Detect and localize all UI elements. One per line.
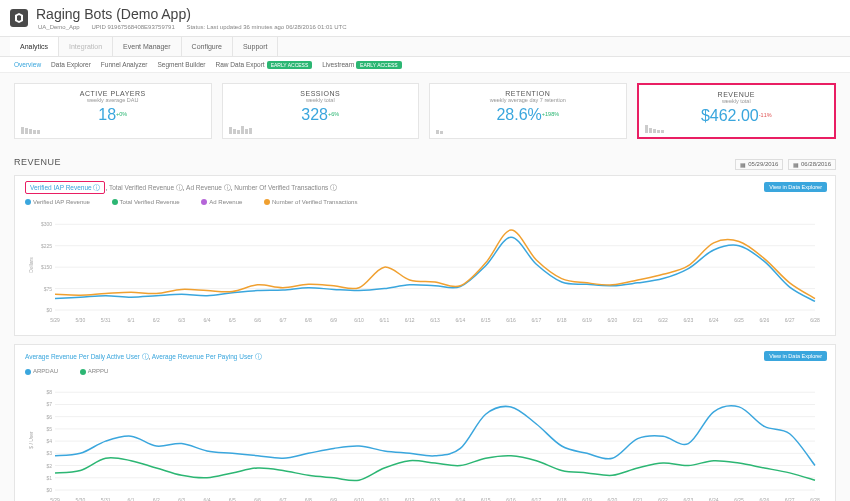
svg-text:6/8: 6/8 [305,317,312,323]
svg-text:6/20: 6/20 [607,317,617,323]
unity-logo [10,9,28,27]
calendar-icon: ▦ [793,161,799,168]
svg-text:$5: $5 [46,426,52,432]
sparkline-icon [229,124,259,134]
metric-sessions[interactable]: SESSIONS weekly total 328+6% [222,83,420,139]
svg-text:$ / User: $ / User [28,431,34,449]
unity-icon [13,12,25,24]
svg-text:5/30: 5/30 [75,497,85,501]
view-in-explorer-button[interactable]: View in Data Explorer [764,182,827,192]
svg-text:6/3: 6/3 [178,317,185,323]
svg-text:6/12: 6/12 [405,317,415,323]
svg-text:6/3: 6/3 [178,497,185,501]
svg-text:6/21: 6/21 [633,317,643,323]
tab-integration[interactable]: Integration [59,37,113,56]
svg-text:6/2: 6/2 [153,317,160,323]
tab-funnel[interactable]: Funnel Analyzer [101,61,148,68]
calendar-icon: ▦ [740,161,746,168]
date-to[interactable]: ▦06/28/2016 [788,159,836,170]
svg-text:6/26: 6/26 [759,317,769,323]
app-title: Raging Bots (Demo App) [36,6,357,22]
info-icon: ⓘ [255,353,262,360]
early-access-badge: EARLY ACCESS [356,61,402,69]
topbar: Raging Bots (Demo App) UA_Demo_App UPID … [0,0,850,37]
filter-ad-revenue[interactable]: Ad Revenue ⓘ [186,184,231,191]
svg-rect-5 [229,127,232,134]
date-from[interactable]: ▦05/29/2016 [735,159,783,170]
svg-text:6/26: 6/26 [759,497,769,501]
tab-support[interactable]: Support [233,37,279,56]
app-meta: UA_Demo_App UPID 91967568408E93759791 St… [38,24,357,30]
svg-text:6/25: 6/25 [734,497,744,501]
svg-text:6/25: 6/25 [734,317,744,323]
metric-active-players[interactable]: ACTIVE PLAYERS weekly average DAU 18+0% [14,83,212,139]
svg-text:5/29: 5/29 [50,317,60,323]
svg-text:$8: $8 [46,389,52,395]
metric-retention[interactable]: RETENTION weekly average day 7 retention… [429,83,627,139]
svg-text:6/14: 6/14 [455,497,465,501]
svg-text:6/17: 6/17 [531,317,541,323]
svg-text:6/13: 6/13 [430,317,440,323]
svg-text:6/1: 6/1 [128,497,135,501]
tab-raw-export[interactable]: Raw Data ExportEARLY ACCESS [216,61,313,68]
svg-text:6/27: 6/27 [785,317,795,323]
info-icon: ⓘ [330,184,337,191]
filter-num-tx[interactable]: Number Of Verified Transactions ⓘ [234,184,337,191]
view-in-explorer-button[interactable]: View in Data Explorer [764,351,827,361]
info-icon: ⓘ [93,184,100,191]
svg-text:6/28: 6/28 [810,317,820,323]
svg-text:6/11: 6/11 [379,497,389,501]
svg-text:$1: $1 [46,475,52,481]
svg-text:6/7: 6/7 [280,497,287,501]
svg-rect-17 [661,130,664,133]
filter-total-verified[interactable]: Total Verified Revenue ⓘ [109,184,183,191]
svg-text:6/15: 6/15 [481,317,491,323]
svg-rect-11 [436,130,439,134]
svg-text:6/6: 6/6 [254,317,261,323]
svg-rect-12 [440,131,443,134]
svg-text:6/19: 6/19 [582,497,592,501]
svg-text:6/28: 6/28 [810,497,820,501]
svg-text:6/5: 6/5 [229,497,236,501]
svg-text:6/5: 6/5 [229,317,236,323]
svg-text:$75: $75 [44,286,53,292]
tab-configure[interactable]: Configure [182,37,233,56]
svg-text:6/17: 6/17 [531,497,541,501]
svg-rect-6 [233,129,236,134]
meta-app: UA_Demo_App [38,24,80,30]
tab-analytics[interactable]: Analytics [10,37,59,56]
svg-text:5/31: 5/31 [101,497,111,501]
svg-rect-1 [25,128,28,134]
filter-arppu[interactable]: Average Revenue Per Paying User ⓘ [152,353,262,360]
chart1-filters: Verified IAP Revenue ⓘ, Total Verified R… [25,184,825,193]
svg-text:$0: $0 [46,487,52,493]
tab-data-explorer[interactable]: Data Explorer [51,61,91,68]
svg-text:6/10: 6/10 [354,497,364,501]
svg-rect-4 [37,130,40,134]
svg-rect-15 [653,129,656,133]
svg-text:6/4: 6/4 [204,497,211,501]
svg-text:6/4: 6/4 [204,317,211,323]
svg-text:6/27: 6/27 [785,497,795,501]
metric-revenue[interactable]: REVENUE weekly total $462.00-11% [637,83,837,139]
tab-livestream[interactable]: LivestreamEARLY ACCESS [322,61,401,68]
arpu-line-chart: $0$1$2$3$4$5$6$7$85/295/305/316/16/26/36… [25,375,825,501]
svg-rect-8 [241,126,244,134]
svg-text:6/14: 6/14 [455,317,465,323]
svg-text:6/11: 6/11 [379,317,389,323]
date-range: ▦05/29/2016 ▦06/28/2016 [732,159,836,170]
filter-arpdau[interactable]: Average Revenue Per Daily Active User ⓘ [25,353,149,360]
svg-text:6/18: 6/18 [557,497,567,501]
svg-text:6/9: 6/9 [330,317,337,323]
tab-overview[interactable]: Overview [14,61,41,68]
tab-event-manager[interactable]: Event Manager [113,37,181,56]
svg-text:$225: $225 [41,243,52,249]
svg-text:6/24: 6/24 [709,497,719,501]
info-icon: ⓘ [176,184,183,191]
tab-segment[interactable]: Segment Builder [157,61,205,68]
svg-rect-9 [245,129,248,134]
filter-verified-iap[interactable]: Verified IAP Revenue ⓘ [25,181,105,194]
meta-status: Status: Last updated 36 minutes ago 06/2… [186,24,346,30]
secondary-tabs: Overview Data Explorer Funnel Analyzer S… [0,57,850,73]
svg-text:6/23: 6/23 [683,497,693,501]
